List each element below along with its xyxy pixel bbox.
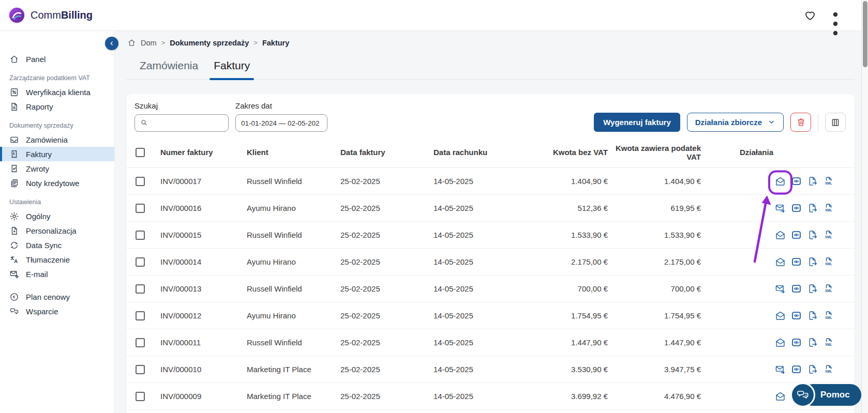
preview-icon[interactable] (791, 310, 802, 321)
mail-send-icon[interactable] (775, 203, 786, 213)
bill-date: 14-05-2025 (433, 365, 516, 374)
sidebar-item-personalizacja[interactable]: Personalizacja (0, 223, 114, 238)
export-file-icon[interactable] (807, 337, 818, 348)
table-row[interactable]: INV/000013Russell Winfield25-02-202514-0… (126, 276, 855, 302)
xml-file-icon[interactable]: XML (823, 283, 834, 294)
preview-icon[interactable] (791, 256, 802, 267)
row-checkbox[interactable] (136, 284, 145, 294)
export-file-icon[interactable] (807, 176, 818, 187)
preview-icon[interactable] (791, 176, 802, 187)
sidebar-item-zwroty[interactable]: Zwroty (0, 161, 114, 176)
sidebar-item-faktury[interactable]: €Faktury (0, 147, 114, 161)
scrollbar-thumb[interactable] (863, 1, 867, 67)
table-row[interactable]: INV/000017Russell Winfield25-02-202514-0… (126, 168, 855, 195)
kebab-menu-icon[interactable] (831, 10, 840, 21)
mail-send-icon[interactable] (775, 364, 786, 375)
breadcrumb-documents[interactable]: Dokumenty sprzedaży (170, 39, 249, 47)
sidebar-item-label: Data Sync (26, 241, 62, 250)
table-row[interactable]: INV/000011Russell Winfield25-02-202514-0… (126, 329, 855, 356)
invoice-date: 25-02-2025 (340, 392, 433, 401)
invoice-number: INV/000011 (151, 338, 247, 347)
generate-invoices-button[interactable]: Wygeneruj faktury (594, 113, 680, 132)
preview-icon[interactable] (791, 203, 802, 213)
page-scrollbar[interactable] (861, 0, 868, 413)
sidebar-item-panel[interactable]: Panel (0, 52, 114, 66)
xml-file-icon[interactable]: XML (823, 256, 834, 267)
tab-zamowienia[interactable]: Zamówienia (140, 59, 198, 79)
sidebar-item-noty-kredytowe[interactable]: Noty kredytowe (0, 176, 114, 190)
sidebar-item-label: Raporty (26, 102, 53, 111)
bulk-actions-button[interactable]: Działania zbiorcze (687, 113, 784, 132)
invoice-date: 25-02-2025 (340, 338, 433, 347)
export-file-icon[interactable] (807, 283, 818, 294)
sidebar-collapse-button[interactable] (105, 37, 118, 50)
sidebar-item-label: Plan cenowy (26, 293, 70, 301)
sidebar-group: Zarządzanie podatkiem VATWeryfikacja kli… (0, 74, 114, 114)
row-checkbox[interactable] (136, 257, 145, 267)
table-row[interactable]: INV/000016Ayumu Hirano25-02-202514-05-20… (126, 195, 855, 222)
preview-icon[interactable] (791, 364, 802, 375)
preview-icon[interactable] (791, 283, 802, 294)
row-checkbox[interactable] (136, 365, 145, 374)
mail-open-icon[interactable] (775, 230, 786, 240)
help-chat-icon[interactable] (790, 383, 815, 407)
date-range-input[interactable]: 01-01-2024 — 02-05-202 (235, 114, 327, 132)
row-checkbox[interactable] (136, 204, 145, 213)
sidebar-item-raporty[interactable]: Raporty (0, 99, 114, 114)
sidebar-item-tłumaczenie[interactable]: Tłumaczenie (0, 252, 114, 267)
app-logo[interactable]: CommBilling (8, 7, 93, 24)
row-checkbox[interactable] (136, 231, 145, 240)
euro-circle-icon: € (9, 292, 19, 302)
mail-open-icon[interactable] (775, 310, 786, 321)
select-all-checkbox[interactable] (136, 148, 145, 157)
mail-open-icon[interactable] (775, 391, 786, 402)
row-checkbox[interactable] (136, 311, 145, 320)
xml-file-icon[interactable]: XML (823, 230, 834, 240)
sidebar-item-wsparcie[interactable]: Wsparcie (0, 304, 114, 318)
search-input[interactable] (152, 119, 223, 127)
invoice-number: INV/000013 (151, 284, 247, 293)
mail-open-icon[interactable] (775, 256, 786, 267)
svg-text:XML: XML (825, 289, 832, 293)
columns-settings-button[interactable] (825, 113, 846, 132)
favorites-heart-icon[interactable] (804, 9, 816, 22)
delete-button[interactable] (790, 113, 811, 132)
export-file-icon[interactable] (807, 310, 818, 321)
column-header-gross: Kwota zawiera podatek VAT (608, 144, 701, 161)
bill-date: 14-05-2025 (433, 392, 516, 401)
table-row[interactable]: INV/000009Marketing IT Place25-02-202514… (126, 383, 855, 410)
sidebar-item-e-mail[interactable]: E-mail (0, 267, 114, 281)
sidebar-item-plan-cenowy[interactable]: €Plan cenowy (0, 289, 114, 304)
mail-open-icon[interactable] (775, 337, 786, 348)
mail-open-icon[interactable] (775, 176, 786, 187)
tab-faktury[interactable]: Faktury (214, 59, 250, 79)
export-file-icon[interactable] (807, 256, 818, 267)
xml-file-icon[interactable]: XML (823, 203, 834, 213)
table-row[interactable]: INV/000012Ayumu Hirano25-02-202514-05-20… (126, 302, 855, 329)
xml-file-icon[interactable]: XML (823, 176, 834, 187)
export-file-icon[interactable] (807, 203, 818, 213)
mail-send-icon[interactable] (775, 283, 786, 294)
filters-bar: Szukaj Zakres dat 01-01-2024 — 02-05-202 (126, 94, 855, 132)
xml-file-icon[interactable]: XML (823, 310, 834, 321)
export-file-icon[interactable] (807, 364, 818, 375)
breadcrumb-home[interactable]: Dom (141, 39, 157, 47)
row-checkbox[interactable] (136, 177, 145, 186)
row-actions: XML (775, 283, 855, 294)
preview-icon[interactable] (791, 337, 802, 348)
export-file-icon[interactable] (807, 230, 818, 240)
row-checkbox[interactable] (136, 392, 145, 401)
sidebar-item-weryfikacja-klienta[interactable]: Weryfikacja klienta (0, 85, 114, 99)
table-row[interactable]: INV/000015Russell Winfield25-02-202514-0… (126, 222, 855, 249)
row-checkbox[interactable] (136, 338, 145, 347)
column-header-net: Kwota bez VAT (516, 148, 608, 157)
preview-icon[interactable] (791, 230, 802, 240)
personalization-document-icon (9, 226, 19, 236)
table-row[interactable]: INV/000014Ayumu Hirano25-02-202514-05-20… (126, 249, 855, 276)
table-row[interactable]: INV/000010Marketing IT Place25-02-202514… (126, 356, 855, 383)
sidebar-item-data-sync[interactable]: Data Sync (0, 238, 114, 252)
xml-file-icon[interactable]: XML (823, 337, 834, 348)
sidebar-item-zamówienia[interactable]: Zamówienia (0, 132, 114, 147)
xml-file-icon[interactable]: XML (823, 364, 834, 375)
sidebar-item-ogólny[interactable]: Ogólny (0, 209, 114, 223)
